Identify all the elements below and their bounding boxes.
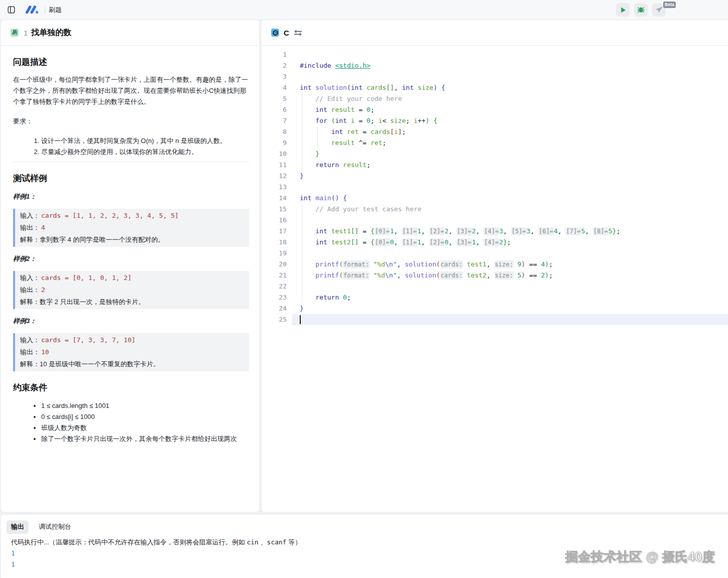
example-label: 样例3： [13,316,249,327]
editor-line[interactable]: 8 int ret = cards[i]; [262,126,728,137]
code-line-content [292,182,728,193]
code-line-content [292,281,728,292]
code-line-content [292,248,728,259]
line-number: 24 [262,303,292,314]
editor-line[interactable]: 22 [262,281,728,292]
editor-line[interactable]: 20 printf(format: "%d\n", solution(cards… [262,259,728,270]
editor-line[interactable]: 25 [262,314,728,325]
difficulty-badge: 易 [11,29,19,37]
product-name: 刷题 [49,6,62,15]
c-hexagon-icon: C [272,30,279,36]
editor-line[interactable]: 14int main() { [262,193,728,204]
problem-header: 易 1 找单独的数 [1,20,259,46]
console-notice: 代码执行中...（温馨提示：代码中不允许存在输入指令，否则将会阻塞运行。例如 c… [11,537,728,548]
line-number: 8 [262,126,292,137]
indent-guide [302,215,302,226]
panel-left-icon [8,6,15,14]
code-line-content: return 0; [292,292,728,303]
editor-line[interactable]: 16 [262,215,728,226]
code-line-content: for (int i = 0; i< size; i++) { [292,115,728,126]
editor-line[interactable]: 9 result ^= ret; [262,137,728,149]
line-number: 13 [262,182,292,193]
constraints-list: 1 ≤ cards.length ≤ 10010 ≤ cards[i] ≤ 10… [13,400,249,445]
tab-debug-console[interactable]: 调试控制台 [37,520,73,534]
example-row: 解释：拿到数字 4 的同学是唯一一个没有配对的。 [20,234,244,246]
constraint-item: 班级人数为奇数 [41,422,249,434]
problem-title: 找单独的数 [31,28,71,38]
example-row: 解释：数字 2 只出现一次，是独特的卡片。 [20,296,244,308]
code-line-content: int test1[] = {[0]=1, [1]=1, [2]=2, [3]=… [292,226,728,237]
code-line-content [292,314,728,325]
line-number: 16 [262,215,292,226]
editor-line[interactable]: 18 int test2[] = {[0]=0, [1]=1, [2]=0, [… [262,237,728,248]
console-panel: 输出 调试控制台 代码执行中...（温馨提示：代码中不允许存在输入指令，否则将会… [1,515,728,578]
line-number: 18 [262,237,292,248]
code-line-content: // Add your test cases here [292,204,728,215]
code-line-content: int test2[] = {[0]=0, [1]=1, [2]=0, [3]=… [292,237,728,248]
language-label: C [284,29,289,37]
example-row: 输入：cards = [1, 1, 2, 2, 3, 3, 4, 5, 5] [20,210,244,222]
text-cursor [300,315,301,324]
line-number: 10 [262,149,292,160]
problem-index: 1 [24,29,28,37]
line-number: 11 [262,160,292,171]
code-line-content: return result; [292,160,728,171]
editor-line[interactable]: 3 [262,71,728,82]
code-editor[interactable]: 12#include <stdio.h>34int solution(int c… [262,46,728,325]
editor-panel: C C 12#include <stdio.h>34int solution(i… [262,20,728,512]
constraint-item: 除了一个数字卡片只出现一次外，其余每个数字卡片都恰好出现两次 [41,434,249,445]
editor-line[interactable]: 10 } [262,149,728,160]
line-number: 7 [262,115,292,126]
editor-line[interactable]: 7 for (int i = 0; i< size; i++) { [262,115,728,126]
editor-line[interactable]: 15 // Add your test cases here [262,204,728,215]
example-row: 输出：4 [20,222,244,234]
example-row: 输出：2 [20,284,244,296]
line-number: 3 [262,71,292,82]
editor-line[interactable]: 24} [262,303,728,314]
editor-line[interactable]: 17 int test1[] = {[0]=1, [1]=1, [2]=2, [… [262,226,728,237]
debug-button[interactable] [634,3,648,17]
line-number: 6 [262,104,292,115]
editor-line[interactable]: 5 // Edit your code here [262,93,728,104]
example-label: 样例1： [13,191,249,202]
toggle-sidebar-button[interactable] [4,3,18,17]
code-line-content: } [292,149,728,160]
tab-output[interactable]: 输出 [7,520,29,534]
example-block: 输入：cards = [1, 1, 2, 2, 3, 3, 4, 5, 5]输出… [13,209,249,247]
code-line-content: int ret = cards[i]; [292,126,728,137]
line-number: 2 [262,60,292,71]
editor-line[interactable]: 12} [262,171,728,182]
example-row: 解释：10 是班级中唯一一个不重复的数字卡片。 [20,358,244,370]
line-number: 22 [262,281,292,292]
editor-line[interactable]: 21 printf(format: "%d\n", solution(cards… [262,270,728,281]
example-label: 样例2： [13,253,249,264]
logo-icon [25,6,39,14]
editor-line[interactable]: 4int solution(int cards[], int size) { [262,82,728,93]
editor-line[interactable]: 6 int result = 0; [262,104,728,115]
code-line-content [292,71,728,82]
editor-line[interactable]: 11 return result; [262,160,728,171]
requirement-item: 尽量减少额外空间的使用，以体现你的算法优化能力。 [41,147,249,158]
line-number: 9 [262,137,292,149]
topbar-separator [45,7,45,14]
editor-line[interactable]: 1 [262,49,728,60]
switch-language-button[interactable] [294,30,302,36]
line-number: 21 [262,270,292,281]
line-number: 20 [262,259,292,270]
code-line-content: } [292,171,728,182]
examples-container: 样例1：输入：cards = [1, 1, 2, 2, 3, 3, 4, 5, … [13,191,249,371]
problem-body: 问题描述 在一个班级中，每位同学都拿到了一张卡片，上面有一个整数。有趣的是，除了… [1,56,259,445]
example-row: 输出：10 [20,346,244,358]
marscode-logo[interactable] [25,6,39,14]
editor-line[interactable]: 13 [262,182,728,193]
c-language-icon: C [271,29,279,37]
example-block: 输入：cards = [0, 1, 0, 1, 2]输出：2解释：数字 2 只出… [13,271,249,309]
requirement-item: 设计一个算法，使其时间复杂度为 O(n)，其中 n 是班级的人数。 [41,135,249,147]
beta-badge: Beta [663,2,676,8]
editor-line[interactable]: 19 [262,248,728,259]
editor-line[interactable]: 23 return 0; [262,292,728,303]
run-button[interactable] [616,3,630,17]
editor-line[interactable]: 2#include <stdio.h> [262,60,728,71]
line-number: 15 [262,204,292,215]
line-number: 4 [262,82,292,93]
